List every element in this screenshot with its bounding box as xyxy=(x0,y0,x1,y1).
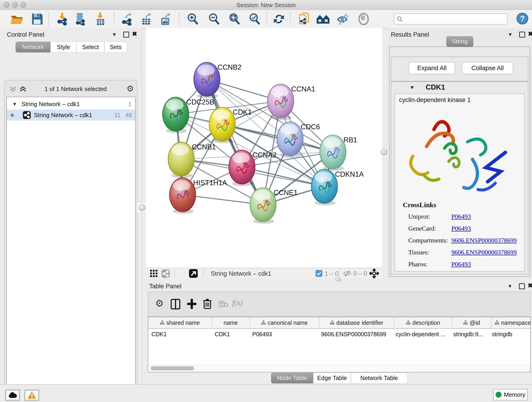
tab-network-table[interactable]: Network Table xyxy=(351,373,407,383)
crosslink-link[interactable]: 9606.ENSP00000378699 xyxy=(451,249,517,256)
export-network-icon[interactable] xyxy=(121,13,134,26)
collapse-all-button[interactable]: Collapse All xyxy=(462,62,513,74)
table-cell[interactable]: CDK1 xyxy=(148,329,211,340)
tab-string[interactable]: String xyxy=(446,36,473,47)
crosslink-link[interactable]: P06493 xyxy=(451,213,471,220)
column-header-name[interactable]: name xyxy=(212,317,250,328)
first-neighbors-icon[interactable] xyxy=(298,13,311,26)
export-image-icon[interactable] xyxy=(159,13,172,26)
save-session-icon[interactable] xyxy=(31,13,43,26)
table-cell[interactable]: cyclin-dependent ... xyxy=(393,329,450,340)
table-panel-collapse-icon[interactable]: ▼ xyxy=(507,283,513,289)
cloud-button[interactable] xyxy=(5,390,20,401)
warning-icon xyxy=(27,391,36,399)
tab-node-table[interactable]: Node Table xyxy=(271,373,313,383)
tab-sets[interactable]: Sets xyxy=(104,42,127,52)
node-label-CCNA1: CCNA1 xyxy=(291,85,315,93)
node-CCNB1[interactable] xyxy=(168,142,194,178)
section-collapse-icon[interactable]: ▼ xyxy=(410,85,415,90)
open-in-window-icon[interactable] xyxy=(189,269,198,278)
table-cell[interactable]: stringdb xyxy=(489,329,531,340)
node-CCNB2[interactable] xyxy=(194,62,220,98)
show-columns-icon[interactable] xyxy=(171,299,180,309)
table-panel-close-icon[interactable]: ✖ xyxy=(528,282,532,289)
table-panel-float-icon[interactable] xyxy=(519,283,525,289)
tab-edge-table[interactable]: Edge Table xyxy=(313,373,351,383)
zoom-out-icon[interactable] xyxy=(208,13,220,26)
hide-selection-eye-icon[interactable] xyxy=(336,13,350,26)
import-network-database-icon[interactable] xyxy=(73,13,87,26)
zoom-selected-icon[interactable] xyxy=(248,13,261,26)
left-splitter-handle[interactable] xyxy=(138,204,146,211)
node-HIST1H1A[interactable] xyxy=(170,178,196,214)
node-CCNA1[interactable] xyxy=(268,84,294,120)
table-cell[interactable]: P06493 xyxy=(249,329,318,340)
node-RB1[interactable] xyxy=(320,135,346,171)
network-options-gear-icon[interactable]: ⚙ xyxy=(127,85,134,93)
birds-eye-grid-icon[interactable] xyxy=(150,270,158,278)
column-header-label: description xyxy=(412,319,440,326)
tab-select[interactable]: Select xyxy=(76,42,104,52)
collapse-all-chevrons-icon[interactable] xyxy=(19,86,27,93)
column-header-database-identifier[interactable]: database identifier xyxy=(319,317,394,328)
zoom-fit-icon[interactable] xyxy=(228,13,241,26)
delete-column-trash-icon[interactable] xyxy=(203,298,212,309)
column-header-shared-name[interactable]: shared name xyxy=(148,317,212,328)
network-collection-row[interactable]: ▼ String Network – cdk1 1 xyxy=(7,99,135,109)
column-header--id[interactable]: @id xyxy=(452,317,491,328)
import-network-file-icon[interactable] xyxy=(56,13,69,26)
network-collection-count: 1 xyxy=(128,99,132,109)
string-network-gray-icon[interactable] xyxy=(162,269,170,278)
node-CDKN1A[interactable] xyxy=(311,169,337,205)
table-cell[interactable]: 9606.ENSP00000378699 xyxy=(318,329,393,340)
table-row[interactable]: CDK1CDK1P064939606.ENSP00000378699cyclin… xyxy=(148,329,530,340)
network-graph[interactable]: CCNB2CCNA1CDC25BCDK1CDC6RB1CCNB1CCNA2CDK… xyxy=(146,28,382,268)
table-options-gear-icon[interactable]: ⚙ xyxy=(155,299,164,307)
column-header-namespace[interactable]: namespace xyxy=(491,317,532,328)
network-canvas[interactable]: CCNB2CCNA1CDC25BCDK1CDC6RB1CCNB1CCNA2CDK… xyxy=(146,28,382,268)
network-collection-label: String Network – cdk1 xyxy=(22,99,80,109)
crosslink-link[interactable]: 9606.ENSP00000378699 xyxy=(451,237,517,244)
add-column-icon[interactable] xyxy=(187,298,197,309)
column-header-description[interactable]: description xyxy=(394,317,452,328)
table-horizontal-scrollbar[interactable] xyxy=(148,365,531,372)
refresh-icon[interactable] xyxy=(273,13,285,26)
homology-houses-icon[interactable] xyxy=(316,13,330,26)
selected-nodes-checkbox[interactable] xyxy=(316,270,322,277)
right-splitter-handle[interactable] xyxy=(381,149,387,155)
control-panel-close-icon[interactable]: ✖ xyxy=(132,30,137,38)
open-session-icon[interactable] xyxy=(10,13,24,26)
scrollbar-thumb[interactable] xyxy=(151,366,194,370)
help-icon[interactable]: ? xyxy=(516,13,528,25)
results-panel-close-icon[interactable]: ✖ xyxy=(528,30,532,38)
node-CDK1[interactable] xyxy=(209,107,235,143)
node-CDC25B[interactable] xyxy=(163,97,189,133)
node-CCNE1[interactable] xyxy=(250,188,276,224)
results-panel-collapse-icon[interactable]: ▼ xyxy=(508,32,513,38)
show-all-eye-icon[interactable] xyxy=(357,13,370,26)
pan-crosshair-icon[interactable] xyxy=(369,269,379,278)
export-table-icon[interactable] xyxy=(140,13,153,26)
zoom-in-icon[interactable] xyxy=(186,13,199,26)
tab-network[interactable]: Network xyxy=(16,42,51,52)
expand-all-button[interactable]: Expand All xyxy=(409,62,455,74)
crosslink-link[interactable]: P06493 xyxy=(451,261,471,268)
tree-expand-icon[interactable]: ▼ xyxy=(12,99,17,109)
expand-all-chevrons-icon[interactable] xyxy=(9,86,17,93)
control-panel-collapse-icon[interactable]: ▼ xyxy=(112,32,117,38)
node-CDC6[interactable] xyxy=(277,122,303,158)
crosslink-link[interactable]: P06493 xyxy=(451,225,471,232)
table-panel: Table Panel ▼ ✖ ⚙ f(x) shared namenameca… xyxy=(146,281,532,384)
table-cell[interactable]: CDK1 xyxy=(211,329,249,340)
control-panel-float-icon[interactable] xyxy=(123,32,129,38)
search-input[interactable] xyxy=(394,13,507,25)
tab-style[interactable]: Style xyxy=(51,42,76,52)
results-panel-float-icon[interactable] xyxy=(519,32,525,38)
warning-button[interactable] xyxy=(25,390,39,401)
table-cell[interactable]: stringdb:9... xyxy=(450,329,489,340)
cloud-icon xyxy=(8,392,17,398)
memory-button[interactable]: Memory xyxy=(493,389,528,400)
network-row-selected[interactable]: String Network – cdk1 11 48 xyxy=(7,109,135,121)
column-header-canonical-name[interactable]: canonical name xyxy=(250,317,319,328)
import-table-file-icon[interactable] xyxy=(94,13,106,26)
